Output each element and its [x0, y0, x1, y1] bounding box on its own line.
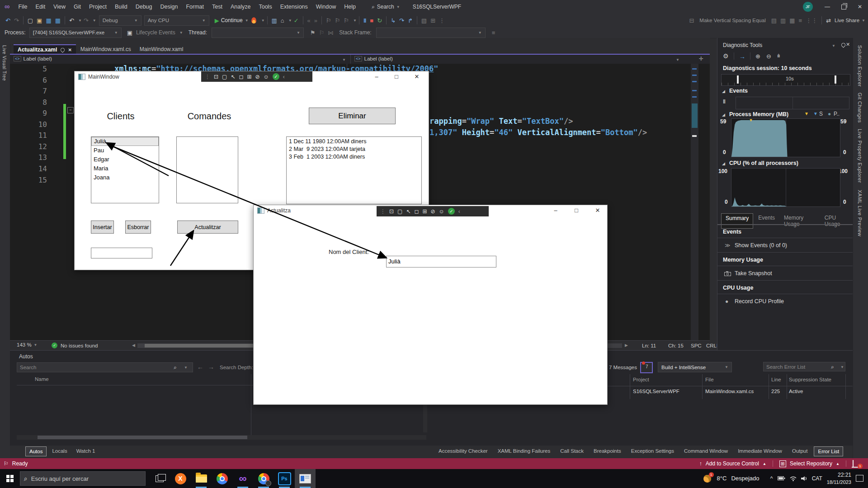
expander-icon[interactable]: ◢	[722, 89, 725, 94]
show-events-link[interactable]: Show Events (0 of 0)	[735, 242, 787, 249]
breadcrumb-left[interactable]: <> Label (label)	[14, 56, 52, 61]
diag-tab-memory-usage[interactable]: Memory Usage	[780, 213, 820, 229]
client-name-input[interactable]	[386, 256, 496, 267]
autos-search-input[interactable]	[17, 362, 193, 372]
sidebar-tab-xaml-live-preview[interactable]: XAML Live Preview	[857, 190, 863, 236]
menu-build[interactable]: Build	[115, 4, 127, 10]
add-to-source-control[interactable]: Add to Source Control	[706, 460, 759, 467]
bottom-tab-breakpoints[interactable]: Breakpoints	[590, 446, 625, 456]
sidebar-tab-solution-explorer[interactable]: Solution Explorer	[857, 45, 863, 87]
grid-icon[interactable]: ≡	[799, 17, 802, 24]
solution-configurations-dropdown[interactable]: Debug▼	[99, 15, 142, 26]
misc-tool-icon[interactable]: ▧	[421, 17, 427, 24]
menu-help[interactable]: Help	[344, 4, 356, 10]
code-fold-icon[interactable]: −	[67, 107, 74, 113]
search-icon[interactable]: ⌕	[831, 364, 834, 370]
bottom-tab-autos[interactable]: Autos	[25, 446, 47, 456]
menu-test[interactable]: Test	[212, 4, 222, 10]
feedback-flag-icon[interactable]: ⚐	[4, 460, 9, 467]
lifecycle-icon[interactable]: ▣	[127, 29, 132, 36]
scroll-right-icon[interactable]: ▶	[625, 343, 628, 347]
continue-icon[interactable]: ▶	[215, 17, 219, 24]
hot-reload-ok-icon[interactable]: ✓	[448, 208, 455, 215]
speaker-icon[interactable]	[801, 476, 807, 481]
toolbar-options-icon[interactable]: ⋮	[439, 17, 445, 24]
bottom-tab-immediate-window[interactable]: Immediate Window	[734, 446, 786, 456]
messages-filter-label[interactable]: 7 Messages	[609, 365, 637, 370]
step-into-icon[interactable]: ↳	[391, 17, 396, 24]
menu-view[interactable]: View	[53, 4, 66, 10]
misc-tool-icon[interactable]: ⊞	[430, 17, 435, 24]
accessibility-icon[interactable]: ☺	[439, 208, 444, 215]
indent-decrease-icon[interactable]: «	[307, 17, 311, 24]
client-item[interactable]: Edgar	[91, 155, 159, 164]
bookmark-next-icon[interactable]: ⚐	[344, 17, 349, 24]
file-column-header[interactable]: File	[705, 377, 714, 382]
hot-reload-status-icon[interactable]: ⊘	[431, 208, 435, 215]
home-icon[interactable]: ⌂	[281, 17, 284, 24]
select-region-icon[interactable]: ⊞	[422, 208, 427, 215]
suppression-column-header[interactable]: Suppression State	[789, 377, 831, 382]
bottom-tab-exception-settings[interactable]: Exception Settings	[627, 446, 678, 456]
diag-tab-cpu-usage[interactable]: CPU Usage	[821, 213, 853, 229]
name-column-header[interactable]: Name	[35, 376, 49, 382]
stack-frame-dropdown[interactable]: ▼	[376, 28, 486, 38]
sidebar-tab-live-visual-tree[interactable]: Live Visual Tree	[2, 45, 7, 81]
bookmark-prev-icon[interactable]: ⚐	[335, 17, 340, 24]
restart-icon[interactable]: ↻	[377, 17, 382, 24]
pause-icon[interactable]: ‖	[723, 99, 726, 105]
issues-status[interactable]: No issues found	[61, 343, 98, 348]
app-maximize-button[interactable]: □	[389, 71, 404, 82]
grid-icon[interactable]: ▦	[789, 17, 795, 24]
comandes-listbox[interactable]	[176, 136, 238, 203]
zoom-out-icon[interactable]: ⊖	[766, 53, 771, 60]
app-minimize-button[interactable]: –	[369, 71, 384, 82]
continue-label[interactable]: Continue	[221, 17, 243, 23]
tab-MainWindow.xaml[interactable]: MainWindow.xaml	[136, 44, 188, 54]
notification-center-icon[interactable]	[856, 475, 863, 482]
editor-scrollbar[interactable]	[691, 64, 698, 340]
order-item[interactable]: 3 Feb 1 2003 12:00AM diners	[287, 153, 421, 161]
client-item[interactable]: Julià	[91, 137, 159, 146]
orders-listbox[interactable]: 1 Dec 11 1980 12:00AM diners2 Mar 9 2023…	[286, 136, 422, 204]
error-filter-dropdown[interactable]: Build + IntelliSense▼	[658, 362, 732, 372]
keyboard-language[interactable]: CAT	[812, 475, 822, 482]
chevron-down-icon[interactable]: ▼	[342, 58, 346, 62]
hot-reload-status-icon[interactable]: ⊘	[255, 74, 260, 80]
taskbar-app-active-window[interactable]	[295, 469, 316, 488]
select-element-icon[interactable]: ⊡	[214, 74, 218, 80]
navigate-forward-icon[interactable]: ↷	[14, 17, 19, 24]
client-item[interactable]: Joana	[91, 173, 159, 182]
menu-debug[interactable]: Debug	[136, 4, 152, 10]
menu-format[interactable]: Format	[186, 4, 204, 10]
taskbar-search[interactable]: ⌕ Escriu aquí per cercar	[20, 471, 146, 486]
debug-adorner-toolbar[interactable]: ⋮ ⊡ ▢ ↖ ◻ ⊞ ⊘ ☺ ✓ ‹	[377, 206, 489, 216]
chevron-down-icon[interactable]: ▼	[832, 44, 835, 48]
app-close-button[interactable]: ✕	[410, 71, 424, 82]
menu-extensions[interactable]: Extensions	[280, 4, 308, 10]
search-back-icon[interactable]: ←	[197, 363, 203, 371]
esborrar-button[interactable]: Esborrar	[125, 221, 151, 234]
bottom-tab-command-window[interactable]: Command Window	[680, 446, 731, 456]
order-item[interactable]: 1 Dec 11 1980 12:00AM diners	[287, 138, 421, 145]
breadcrumb-right[interactable]: <> Label (label)	[354, 56, 393, 61]
bookmark-icon[interactable]: ⚐	[326, 17, 331, 24]
scroll-left-icon[interactable]: ◀	[132, 343, 135, 347]
taskbar-app-chrome[interactable]	[212, 469, 232, 488]
timeline-marker[interactable]	[835, 75, 836, 84]
task-view-button[interactable]	[149, 469, 170, 488]
show-bounds-icon[interactable]: ◻	[239, 74, 243, 80]
bottom-tab-xaml-binding-failures[interactable]: XAML Binding Failures	[494, 446, 554, 456]
spell-check-icon[interactable]: ✓	[294, 17, 299, 24]
save-icon[interactable]: ▦	[46, 17, 51, 24]
start-button[interactable]	[0, 469, 20, 488]
menu-edit[interactable]: Edit	[36, 4, 46, 10]
break-all-icon[interactable]: ‖	[363, 17, 366, 24]
autos-h-scrollbar[interactable]	[17, 435, 426, 440]
chevron-down-icon[interactable]: ▼	[676, 58, 679, 62]
stop-debugging-icon[interactable]: ■	[370, 17, 373, 24]
bottom-tab-output[interactable]: Output	[788, 446, 811, 456]
hot-reload-icon[interactable]	[251, 17, 256, 23]
align-icon[interactable]: ▤	[771, 17, 777, 24]
messages-filter-toggle[interactable]: 7	[640, 362, 653, 373]
